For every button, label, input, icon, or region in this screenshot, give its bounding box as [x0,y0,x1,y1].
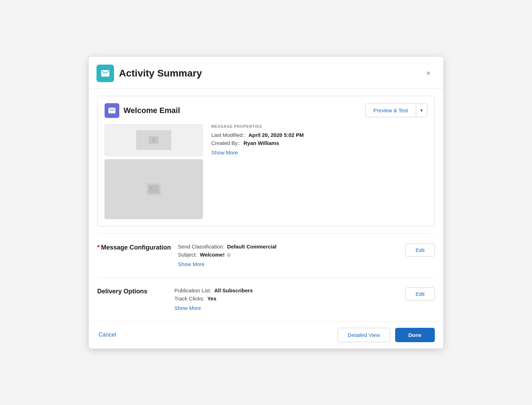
message-configuration-label: *Message Configuration [97,244,178,252]
created-by-value: Ryan Williams [244,140,279,146]
send-classification-label: Send Classification: [178,244,224,250]
message-configuration-content: Send Classification: Default Commercial … [178,244,403,267]
modal-body: Welcome Email Preview & Test ▾ [89,89,443,321]
subject-value: Welcome! ☺ [200,252,232,258]
email-card-title-wrap: Welcome Email [105,103,180,118]
created-by-row: Created By:: Ryan Williams [211,140,427,146]
cancel-button[interactable]: Cancel [97,329,118,341]
delivery-options-content: Publication List: All Subscribers Track … [174,287,403,311]
message-properties: MESSAGE PROPERTIES Last Modified:: April… [211,124,427,219]
message-properties-label: MESSAGE PROPERTIES [211,124,427,128]
send-classification-value: Default Commercial [227,244,277,250]
email-card-icon [105,103,119,118]
preview-test-button[interactable]: Preview & Test [366,104,416,117]
publication-list-label: Publication List: [174,287,211,293]
last-modified-row: Last Modified:: April 20, 2020 5:02 PM [211,132,427,138]
footer-right: Detailed View Done [338,328,435,342]
message-configuration-show-more[interactable]: Show More [178,261,205,267]
last-modified-value: April 20, 2020 5:02 PM [248,132,304,138]
header-icon [97,65,114,82]
email-card: Welcome Email Preview & Test ▾ [97,96,435,226]
subject-row: Subject: Welcome! ☺ [178,252,403,258]
publication-list-value: All Subscribers [214,287,253,293]
delivery-options-edit-button[interactable]: Edit [405,287,435,300]
svg-rect-3 [148,185,159,194]
email-card-name: Welcome Email [124,106,180,115]
activity-summary-modal: Activity Summary × Welcome Email Preview… [89,57,443,348]
created-by-label: Created By:: [211,140,240,146]
email-card-header: Welcome Email Preview & Test ▾ [105,103,427,118]
track-clicks-row: Track Clicks: Yes [174,296,403,301]
envelope-icon [108,106,116,115]
modal-header: Activity Summary × [89,57,443,89]
modal-footer: Cancel Detailed View Done [89,321,443,348]
message-configuration-section: *Message Configuration Send Classificati… [97,233,435,277]
track-clicks-label: Track Clicks: [174,296,204,301]
delivery-options-show-more[interactable]: Show More [174,305,201,311]
detailed-view-button[interactable]: Detailed View [338,328,390,342]
close-button[interactable]: × [423,68,433,79]
preview-test-dropdown-button[interactable]: ▾ [416,104,427,117]
email-card-content: MESSAGE PROPERTIES Last Modified:: April… [105,124,427,219]
send-classification-row: Send Classification: Default Commercial [178,244,403,250]
required-star: * [97,244,100,251]
email-preview-thumbnail [105,124,203,219]
thumb-top-inner [136,130,171,150]
thumb-top [105,124,203,156]
delivery-options-edit-wrap: Edit [403,287,435,300]
thumb-bottom [105,159,203,219]
track-clicks-value: Yes [207,296,217,301]
last-modified-label: Last Modified:: [211,132,246,138]
header-left: Activity Summary [97,65,202,82]
message-properties-show-more[interactable]: Show More [211,150,238,155]
publication-list-row: Publication List: All Subscribers [174,287,403,293]
preview-test-wrap: Preview & Test ▾ [365,104,427,117]
page-title: Activity Summary [119,68,202,79]
thumb-image-icon [149,136,159,144]
thumb-bottom-icon [146,183,161,195]
delivery-options-label: Delivery Options [97,287,174,296]
subject-label: Subject: [178,252,197,258]
delivery-options-section: Delivery Options Publication List: All S… [97,277,435,321]
mail-icon [100,68,110,78]
done-button[interactable]: Done [395,328,435,342]
message-configuration-edit-button[interactable]: Edit [405,244,435,257]
message-configuration-edit-wrap: Edit [403,244,435,257]
